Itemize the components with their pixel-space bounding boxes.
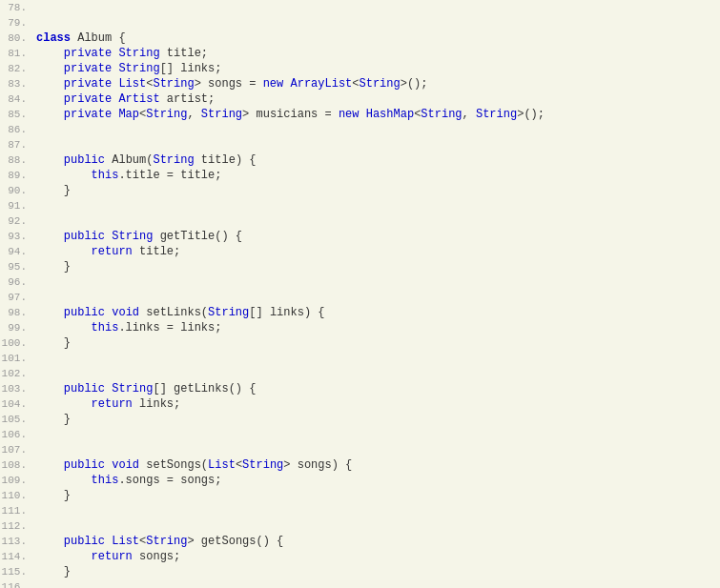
line-content: this.links = links; [36,320,720,335]
line-number: 107. [0,442,36,457]
line-content: public String[] getLinks() { [36,381,720,396]
line-number: 82. [0,61,36,76]
line-number: 109. [0,473,36,488]
line-content [36,579,720,588]
code-editor: 78. 79. 80.class Album {81. private Stri… [0,0,720,588]
line-number: 93. [0,229,36,244]
line-number: 116. [0,579,36,588]
line-number: 91. [0,198,36,213]
line-content: } [36,564,720,579]
line-content: this.title = title; [36,168,720,183]
line-number: 81. [0,46,36,61]
table-row: 101. [0,351,720,366]
line-number: 96. [0,274,36,290]
table-row: 89. this.title = title; [0,168,720,183]
table-row: 97. [0,290,720,305]
line-number: 101. [0,351,36,366]
line-number: 80. [0,30,36,46]
line-number: 87. [0,137,36,152]
line-content: private Map<String, String> musicians = … [36,107,720,122]
table-row: 116. [0,579,720,588]
line-content [36,213,720,229]
table-row: 88. public Album(String title) { [0,152,720,168]
line-number: 111. [0,503,36,518]
line-content: public void setLinks(String[] links) { [36,305,720,320]
line-content: } [36,183,720,198]
line-number: 98. [0,305,36,320]
line-content: public Album(String title) { [36,152,720,168]
table-row: 81. private String title; [0,46,720,61]
line-content: } [36,488,720,503]
line-content: private Artist artist; [36,91,720,107]
line-number: 83. [0,76,36,91]
table-row: 104. return links; [0,396,720,412]
table-row: 110. } [0,488,720,503]
line-number: 100. [0,335,36,351]
line-content [36,366,720,381]
table-row: 108. public void setSongs(List<String> s… [0,457,720,473]
line-number: 95. [0,259,36,274]
line-number: 89. [0,168,36,183]
table-row: 90. } [0,183,720,198]
line-content [36,290,720,305]
line-number: 110. [0,488,36,503]
line-content: private String title; [36,46,720,61]
line-content: return links; [36,396,720,412]
line-number: 92. [0,213,36,229]
line-number: 85. [0,107,36,122]
line-content [36,442,720,457]
line-content [36,351,720,366]
line-number: 108. [0,457,36,473]
line-content [36,503,720,518]
line-number: 90. [0,183,36,198]
table-row: 94. return title; [0,244,720,259]
table-row: 102. [0,366,720,381]
line-content: this.songs = songs; [36,473,720,488]
table-row: 84. private Artist artist; [0,91,720,107]
line-number: 115. [0,564,36,579]
line-number: 113. [0,534,36,549]
table-row: 99. this.links = links; [0,320,720,335]
table-row: 83. private List<String> songs = new Arr… [0,76,720,91]
line-number: 94. [0,244,36,259]
table-row: 100. } [0,335,720,351]
table-row: 105. } [0,412,720,427]
line-number: 78. [0,0,36,15]
line-content: class Album { [36,30,720,46]
line-content [36,15,720,30]
line-number: 88. [0,152,36,168]
table-row: 114. return songs; [0,549,720,564]
line-number: 103. [0,381,36,396]
line-content: return songs; [36,549,720,564]
line-content [36,0,720,15]
line-content [36,137,720,152]
line-content: private List<String> songs = new ArrayLi… [36,76,720,91]
table-row: 87. [0,137,720,152]
table-row: 96. [0,274,720,290]
line-content: private String[] links; [36,61,720,76]
table-row: 98. public void setLinks(String[] links)… [0,305,720,320]
line-content [36,427,720,442]
line-content: } [36,412,720,427]
table-row: 80.class Album { [0,30,720,46]
table-row: 93. public String getTitle() { [0,229,720,244]
line-number: 79. [0,15,36,30]
table-row: 79. [0,15,720,30]
table-row: 111. [0,503,720,518]
line-number: 84. [0,91,36,107]
table-row: 95. } [0,259,720,274]
table-row: 91. [0,198,720,213]
table-row: 103. public String[] getLinks() { [0,381,720,396]
table-row: 107. [0,442,720,457]
table-row: 92. [0,213,720,229]
table-row: 109. this.songs = songs; [0,473,720,488]
line-number: 104. [0,396,36,412]
table-row: 106. [0,427,720,442]
table-row: 115. } [0,564,720,579]
table-row: 78. [0,0,720,15]
table-row: 82. private String[] links; [0,61,720,76]
line-number: 99. [0,320,36,335]
line-number: 114. [0,549,36,564]
table-row: 86. [0,122,720,137]
line-content: public String getTitle() { [36,229,720,244]
